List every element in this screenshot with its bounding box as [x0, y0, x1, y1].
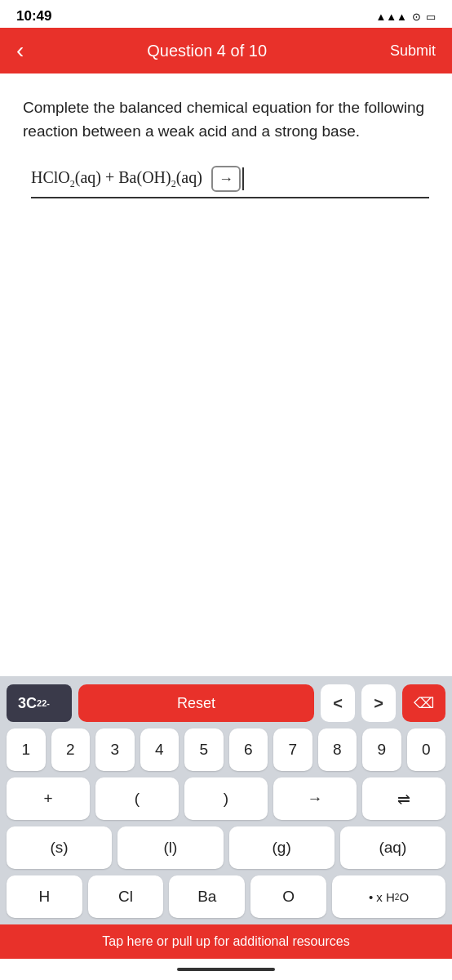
- key-6[interactable]: 6: [229, 728, 268, 771]
- key-chlorine[interactable]: Cl: [88, 875, 164, 918]
- status-bar: 10:49 ▲▲▲ ⊙ ▭: [0, 0, 452, 28]
- key-arrow[interactable]: →: [273, 777, 357, 820]
- question-text: Complete the balanced chemical equation …: [23, 96, 429, 143]
- nav-left-button[interactable]: <: [321, 684, 355, 722]
- current-entry-display: 3C22-: [7, 684, 72, 722]
- wifi-icon: ⊙: [412, 11, 421, 23]
- back-button[interactable]: ‹: [16, 39, 24, 62]
- signal-icon: ▲▲▲: [375, 11, 407, 23]
- status-icons: ▲▲▲ ⊙ ▭: [375, 11, 436, 23]
- keyboard: 3C22- Reset < > ⌫ 1 2 3 4 5 6 7 8 9 0 + …: [0, 676, 452, 924]
- key-hydrogen[interactable]: H: [7, 875, 82, 918]
- key-8[interactable]: 8: [318, 728, 357, 771]
- key-5[interactable]: 5: [184, 728, 224, 771]
- equation-text: HClO2(aq) + Ba(OH)2(aq): [31, 168, 206, 190]
- bottom-bar[interactable]: Tap here or pull up for additional resou…: [0, 924, 452, 959]
- keyboard-top-row: 3C22- Reset < > ⌫: [7, 684, 445, 722]
- key-close-paren[interactable]: ): [184, 777, 268, 820]
- key-1[interactable]: 1: [7, 728, 46, 771]
- nav-right-button[interactable]: >: [361, 684, 396, 722]
- delete-button[interactable]: ⌫: [402, 684, 445, 722]
- key-7[interactable]: 7: [273, 728, 312, 771]
- key-gas[interactable]: (g): [229, 826, 335, 869]
- key-open-paren[interactable]: (: [95, 777, 179, 820]
- key-barium[interactable]: Ba: [169, 875, 245, 918]
- key-4[interactable]: 4: [140, 728, 179, 771]
- element-row: H Cl Ba O • x H2O: [7, 875, 445, 918]
- home-bar: [177, 968, 275, 971]
- main-content: Complete the balanced chemical equation …: [0, 74, 452, 446]
- key-0[interactable]: 0: [407, 728, 446, 771]
- submit-button[interactable]: Submit: [390, 42, 436, 60]
- cursor: [242, 167, 244, 190]
- question-counter: Question 4 of 10: [147, 42, 267, 60]
- equation-area: HClO2(aq) + Ba(OH)2(aq) →: [31, 166, 429, 198]
- key-water[interactable]: • x H2O: [332, 875, 445, 918]
- header: ‹ Question 4 of 10 Submit: [0, 28, 452, 74]
- reset-button[interactable]: Reset: [78, 684, 314, 722]
- resources-text: Tap here or pull up for additional resou…: [102, 934, 349, 948]
- symbol-row: + ( ) → ⇌: [7, 777, 445, 820]
- key-liquid[interactable]: (l): [117, 826, 223, 869]
- status-time: 10:49: [16, 8, 51, 24]
- key-9[interactable]: 9: [362, 728, 401, 771]
- key-solid[interactable]: (s): [7, 826, 112, 869]
- state-row: (s) (l) (g) (aq): [7, 826, 445, 869]
- key-plus[interactable]: +: [7, 777, 90, 820]
- key-2[interactable]: 2: [51, 728, 91, 771]
- battery-icon: ▭: [426, 11, 436, 23]
- key-oxygen[interactable]: O: [250, 875, 326, 918]
- arrow-symbol: →: [211, 166, 241, 192]
- key-aqueous[interactable]: (aq): [340, 826, 445, 869]
- home-indicator: [0, 959, 452, 980]
- key-double-arrow[interactable]: ⇌: [362, 777, 445, 820]
- delete-icon: ⌫: [414, 694, 434, 712]
- answer-space: [0, 446, 452, 677]
- number-row: 1 2 3 4 5 6 7 8 9 0: [7, 728, 445, 771]
- key-3[interactable]: 3: [95, 728, 135, 771]
